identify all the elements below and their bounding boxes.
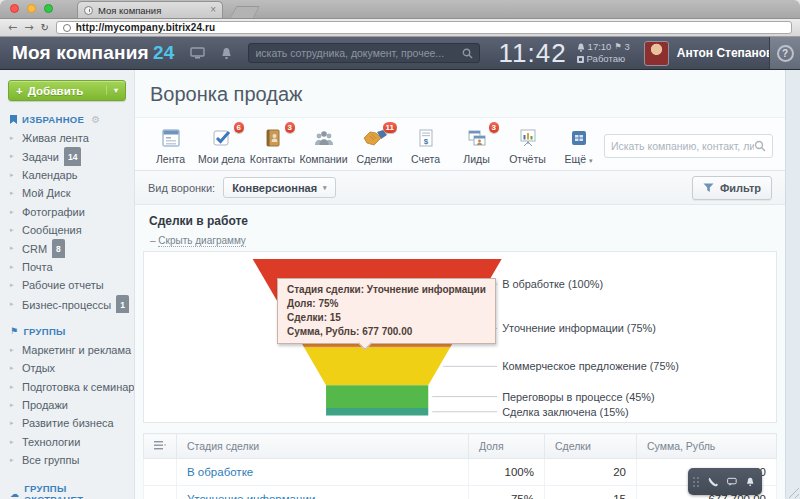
search-icon[interactable] — [462, 48, 473, 59]
window-controls — [0, 4, 63, 18]
hide-chart-link[interactable]: – Скрыть диаграмму — [150, 235, 246, 246]
tab-feed[interactable]: Лента — [145, 125, 196, 165]
share-value: 100% — [469, 459, 545, 486]
col-sum[interactable]: Сумма, Рубль — [637, 434, 777, 459]
user-name[interactable]: Антон Степанов — [677, 46, 774, 60]
work-clock[interactable]: 11:42 — [498, 38, 566, 69]
sidebar-item-business-processes[interactable]: ▸Бизнес-процессы1 — [0, 295, 134, 313]
leads-icon — [465, 127, 489, 149]
status-stop-icon[interactable] — [577, 56, 584, 63]
phone-icon[interactable] — [708, 475, 718, 489]
share-value: 75% — [469, 486, 545, 499]
table-menu-cell[interactable] — [144, 434, 177, 459]
filter-button[interactable]: Фильтр — [692, 176, 772, 200]
sidebar-item-crm[interactable]: ▸CRM8 — [0, 239, 134, 257]
reports-chart-icon — [516, 127, 540, 149]
sidebar-item-biz-dev[interactable]: ▸Развитие бизнеса — [0, 414, 134, 432]
alarm-time: 17:10 — [588, 41, 612, 53]
table-row: Уточнение информации 75% 15 677 700.00 — [144, 486, 777, 499]
tab-badge: 11 — [383, 122, 397, 133]
page-scrollbar[interactable] — [785, 70, 800, 499]
tab-more[interactable]: Ещё ▾ — [553, 125, 604, 165]
alarm-icon — [577, 43, 585, 52]
sidebar-item-tasks[interactable]: ▸Задачи14 — [0, 147, 134, 165]
tab-my-activities[interactable]: 6 Мои дела — [196, 125, 247, 165]
item-badge: 14 — [64, 147, 81, 165]
url-text: http://mycompany.bitrix24.ru — [76, 22, 215, 33]
desktop-app-icon[interactable] — [190, 47, 205, 59]
col-stage[interactable]: Стадия сделки — [177, 434, 469, 459]
stage-link[interactable]: В обработке — [187, 466, 253, 478]
back-button[interactable]: ← — [8, 22, 17, 33]
favorites-header: ИЗБРАННОЕ ⚙ — [10, 114, 124, 125]
new-tab-button[interactable] — [230, 6, 260, 18]
tab-reports[interactable]: Отчёты — [502, 125, 553, 165]
stage-link[interactable]: Уточнение информации — [187, 493, 315, 499]
crm-search-input[interactable] — [611, 140, 754, 152]
forward-button[interactable]: → — [24, 22, 33, 33]
deals-value: 20 — [545, 459, 637, 486]
sidebar-item-marketing[interactable]: ▸Маркетинг и реклама — [0, 341, 134, 359]
site-icon — [63, 24, 71, 32]
funnel-segment[interactable] — [326, 385, 428, 408]
tab-companies[interactable]: Компании — [298, 125, 349, 165]
avatar[interactable] — [644, 41, 669, 66]
tab-close-icon[interactable]: × — [210, 5, 216, 15]
extranet-header[interactable]: ☁ ГРУППЫ ЭКСТРАНЕТ — [10, 483, 124, 499]
notifications-bell-icon[interactable] — [221, 47, 232, 60]
sidebar-item-technologies[interactable]: ▸Технологии — [0, 433, 134, 451]
col-deals[interactable]: Сделки — [545, 434, 637, 459]
funnel-stage-label: Сделка заключена (15%) — [502, 406, 628, 418]
sidebar-item-seminar[interactable]: ▸Подготовка к семинару... — [0, 378, 134, 396]
tab-leads[interactable]: 3 Лиды — [451, 125, 502, 165]
tab-contacts[interactable]: 3 Контакты — [247, 125, 298, 165]
sidebar-item-all-groups[interactable]: ▸Все группы — [0, 451, 134, 469]
employee-search-input[interactable] — [255, 47, 462, 59]
status-label[interactable]: Работаю — [587, 53, 625, 65]
sidebar-item-mail[interactable]: ▸Почта — [0, 258, 134, 276]
bell-icon[interactable] — [746, 475, 754, 489]
funnel-tooltip: Стадия сделки: Уточнение информации Доля… — [277, 278, 496, 344]
more-grid-icon — [567, 127, 591, 149]
stages-table: Стадия сделки Доля Сделки Сумма, Рубль В… — [143, 433, 777, 499]
browser-tab[interactable]: Моя компания × — [77, 1, 223, 18]
drag-handle[interactable] — [693, 477, 699, 487]
table-header-row: Стадия сделки Доля Сделки Сумма, Рубль — [144, 434, 777, 459]
crm-search-box — [604, 134, 773, 158]
help-button[interactable]: ? — [777, 45, 794, 62]
funnel-segment[interactable] — [326, 408, 428, 416]
reload-button[interactable]: ↻ — [40, 23, 48, 33]
sidebar-item-feed[interactable]: ▸Живая лента — [0, 129, 134, 147]
funnel-segment[interactable] — [304, 347, 450, 385]
search-icon[interactable] — [754, 140, 766, 152]
tab-deals[interactable]: 11 Сделки — [349, 125, 400, 165]
sidebar-item-messages[interactable]: ▸Сообщения — [0, 221, 134, 239]
sidebar-item-calendar[interactable]: ▸Календарь — [0, 166, 134, 184]
caret-down-icon: ▾ — [589, 157, 593, 164]
sidebar-item-work-reports[interactable]: ▸Рабочие отчеты — [0, 276, 134, 294]
add-button-label: Добавить — [28, 85, 84, 97]
funnel-view-dropdown[interactable]: Конверсионная ▾ — [223, 177, 335, 198]
minimize-window-button[interactable] — [27, 4, 36, 13]
sidebar-item-my-disk[interactable]: ▸Мой Диск — [0, 184, 134, 202]
add-button[interactable]: + Добавить ▾ — [8, 80, 126, 101]
chat-icon[interactable] — [727, 476, 737, 488]
tab-invoices[interactable]: $ Счета — [400, 125, 451, 165]
tab-badge: 3 — [285, 122, 295, 133]
deals-value: 15 — [545, 486, 637, 499]
communications-widget[interactable] — [688, 468, 762, 495]
sidebar-item-sales[interactable]: ▸Продажи — [0, 396, 134, 414]
company-logo[interactable]: Моя компания24 — [12, 42, 174, 64]
zoom-window-button[interactable] — [44, 4, 53, 13]
browser-tab-bar: Моя компания × — [0, 0, 800, 19]
funnel-stage-label: Коммерческое предложение (75%) — [502, 360, 679, 372]
tab-title: Моя компания — [98, 5, 205, 16]
col-share[interactable]: Доля — [469, 434, 545, 459]
favicon — [84, 6, 93, 15]
sidebar-item-photos[interactable]: ▸Фотографии — [0, 203, 134, 221]
sidebar-item-rest[interactable]: ▸Отдых — [0, 359, 134, 377]
url-field[interactable]: http://mycompany.bitrix24.ru — [56, 21, 792, 34]
gear-icon[interactable]: ⚙ — [91, 114, 100, 125]
cloud-icon: ☁ — [10, 489, 19, 499]
close-window-button[interactable] — [10, 4, 19, 13]
